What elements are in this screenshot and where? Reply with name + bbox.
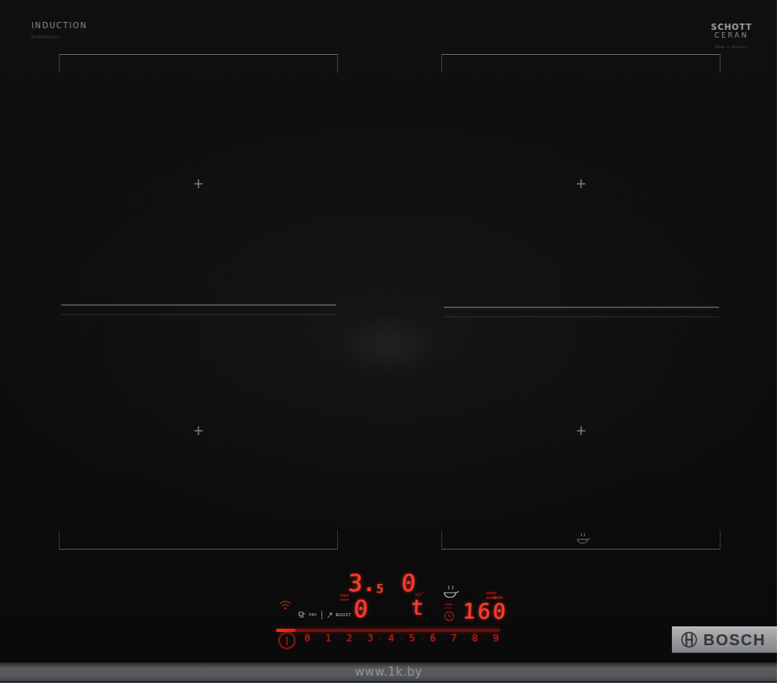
schott-logo-line2: CERAN [710, 31, 753, 40]
boost-key-label: BOOST [336, 613, 350, 617]
home-connect-wifi-icon[interactable] [278, 598, 292, 611]
level-key-0[interactable]: 0 [304, 633, 310, 644]
level-dot [401, 638, 402, 640]
schott-logo-subtext: Made in Germany [710, 42, 753, 51]
level-dot [379, 638, 381, 640]
ceran-glass-surface [0, 0, 777, 683]
level-dot [485, 638, 486, 640]
display-rear-left: 3. 5 [348, 572, 383, 595]
front-edge-shadow [0, 681, 777, 683]
level-dot [317, 638, 318, 640]
bosch-logo-icon [681, 631, 698, 648]
fry-sensor-key-icon[interactable] [441, 584, 460, 599]
zone-right-divider-line [444, 307, 719, 308]
level-key-2[interactable]: 2 [346, 633, 352, 644]
zone-front-right-center-mark: + [575, 424, 586, 437]
fry-pan-key-icon [299, 612, 306, 619]
timer-unit-label: min [493, 594, 503, 600]
schott-logo-line1: SCHOTT [710, 23, 753, 31]
level-key-6[interactable]: 6 [430, 633, 436, 644]
level-dot [442, 638, 444, 640]
power-level-slider-bar[interactable] [276, 629, 500, 632]
fry-sensor-pan-on-glass-icon [575, 532, 591, 546]
boost-key-icon [327, 612, 332, 619]
level-key-7[interactable]: 7 [451, 633, 457, 644]
level-key-5[interactable]: 5 [409, 633, 416, 644]
display-rear-left-value: 3. [347, 572, 377, 595]
level-dot [338, 638, 339, 640]
timer-display: 160 [462, 601, 508, 622]
zone-rear-right-center-mark: + [575, 177, 586, 190]
level-dot [359, 638, 361, 640]
zone-left-divider-line2 [61, 314, 336, 315]
zone-left-divider-line [61, 304, 336, 306]
bosch-badge: BOSCH [672, 626, 777, 653]
level-key-8[interactable]: 8 [472, 633, 478, 644]
level-dot [463, 638, 465, 640]
timer-clock-icon[interactable] [444, 611, 455, 622]
zone-front-left-bracket [59, 531, 338, 550]
level-dot [422, 638, 423, 640]
fry-key-label: FRY [309, 613, 317, 617]
power-icon [286, 637, 288, 645]
level-key-3[interactable]: 3 [367, 633, 373, 644]
hob-photo: INDUCTION PVQ695HC1 SCHOTT CERAN Made in… [0, 0, 777, 683]
front-edge-strip: www.1k.by [0, 662, 777, 681]
power-button[interactable] [278, 632, 296, 649]
zone-right-divider-line2 [444, 316, 719, 318]
schott-ceran-logo: SCHOTT CERAN Made in Germany [710, 23, 753, 51]
display-rear-left-subdigit: 5 [376, 583, 384, 595]
level-key-9[interactable]: 9 [492, 633, 499, 644]
level-key-1[interactable]: 1 [325, 633, 332, 644]
display-front-right-group: t [411, 590, 425, 618]
fry-level-segments [445, 604, 452, 611]
display-front-left: 0 [353, 597, 368, 621]
power-level-keys: 0 1 2 3 4 5 6 7 8 9 [304, 632, 499, 645]
level-key-4[interactable]: 4 [388, 633, 394, 644]
zone-rear-left-bracket [59, 54, 338, 73]
legend-divider [321, 611, 322, 619]
bosch-logo-text: BOSCH [703, 631, 766, 649]
display-front-right: t [410, 597, 425, 618]
fry-boost-key-legend[interactable]: FRY BOOST [299, 611, 351, 619]
zone-front-left-center-mark: + [193, 424, 204, 437]
watermark: www.1k.by [354, 665, 422, 679]
zone-rear-left-center-mark: + [193, 177, 204, 190]
model-number: PVQ695HC1 [31, 34, 60, 39]
zone-rear-right-bracket [441, 54, 720, 73]
induction-print: INDUCTION [31, 21, 87, 30]
